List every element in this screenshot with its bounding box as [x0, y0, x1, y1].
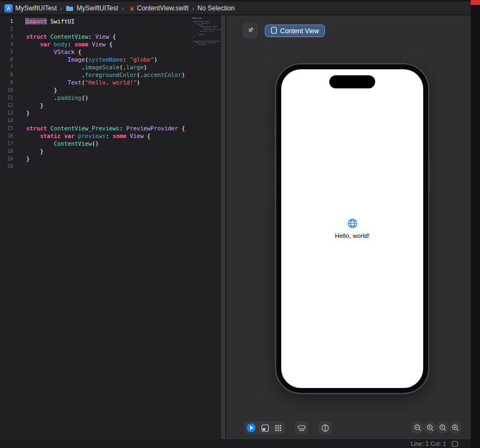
code-line[interactable]: 19}: [0, 155, 190, 163]
pin-preview-button[interactable]: [242, 23, 258, 38]
line-number: 6: [0, 56, 16, 63]
line-number: 18: [0, 147, 16, 155]
live-preview-button[interactable]: [245, 421, 258, 434]
line-number: 9: [0, 79, 16, 86]
canvas-document-icon: [271, 27, 277, 35]
preview-content: Hello, world!: [335, 218, 369, 239]
line-number: 1: [0, 17, 16, 25]
code-line[interactable]: 6 Image(systemName: "globe"): [0, 56, 190, 63]
content-view-preview-button[interactable]: Content View: [265, 25, 325, 37]
main-split: 1import SwiftUI23struct ContentView: Vie…: [0, 15, 480, 439]
magnifier-100-icon: [439, 424, 447, 432]
editor-settings-icon[interactable]: [452, 441, 458, 447]
variants-grid-button[interactable]: [271, 421, 285, 434]
breadcrumb-group[interactable]: MySwiftUITest: [66, 4, 118, 12]
color-scheme-variant-button[interactable]: [318, 421, 331, 434]
code-line[interactable]: 11 .padding(): [0, 94, 190, 101]
selectable-preview-button[interactable]: [258, 421, 272, 434]
hello-world-text: Hello, world!: [335, 232, 369, 239]
play-icon: [247, 423, 256, 432]
editor-status-bar: Line: 1 Col: 1: [0, 439, 480, 448]
code-line[interactable]: 10 }: [0, 86, 190, 94]
breadcrumb: MySwiftUITest › MySwiftUITest › ContentV…: [0, 2, 471, 15]
code-line[interactable]: 15struct ContentView_Previews: PreviewPr…: [0, 124, 190, 132]
device-settings-button[interactable]: [295, 421, 308, 434]
code-line[interactable]: 18 }: [0, 147, 190, 155]
line-number: 5: [0, 48, 16, 56]
line-number: 16: [0, 132, 16, 140]
code-line[interactable]: 17 ContentView(): [0, 140, 190, 147]
source-editor[interactable]: 1import SwiftUI23struct ContentView: Vie…: [0, 15, 226, 439]
code-line[interactable]: 2: [0, 25, 190, 33]
code-line[interactable]: 4 var body: some View {: [0, 40, 190, 48]
line-number: 12: [0, 101, 16, 109]
minimap[interactable]: import SwiftUIstruct ContentView: View {…: [190, 15, 221, 439]
code-line[interactable]: 3struct ContentView: View {: [0, 33, 190, 40]
zoom-out-button[interactable]: [411, 421, 424, 434]
content-view-label: Content View: [280, 27, 319, 35]
code-line[interactable]: 8 .foregroundColor(.accentColor): [0, 71, 190, 79]
code-line[interactable]: 20: [0, 163, 190, 170]
folder-icon: [66, 5, 74, 11]
breadcrumb-label: MySwiftUITest: [76, 4, 118, 12]
grid-icon: [275, 425, 282, 432]
code-line[interactable]: 14: [0, 117, 190, 124]
preview-canvas: Content View Hello, world!: [226, 15, 471, 439]
line-number: 15: [0, 124, 16, 132]
line-number: 10: [0, 86, 16, 94]
minimap-code: import SwiftUIstruct ContentView: View {…: [190, 15, 221, 50]
minimap-line: [192, 49, 221, 50]
line-col-indicator: Line: 1 Col: 1: [411, 440, 446, 447]
line-number: 11: [0, 94, 16, 101]
code-line[interactable]: 5 VStack {: [0, 48, 190, 56]
editor-scrollbar[interactable]: [221, 15, 226, 439]
circle-contrast-icon: [321, 424, 329, 432]
magnifier-minus-icon: [414, 424, 422, 432]
breadcrumb-file[interactable]: ContentView.swift: [127, 4, 189, 12]
code-line[interactable]: 9 Text("Hello, world!"): [0, 79, 190, 86]
phone-action-button: [274, 127, 276, 138]
line-number: 19: [0, 155, 16, 163]
code-line[interactable]: 7 .imageScale(.large): [0, 63, 190, 71]
phone-power-button: [429, 157, 430, 191]
chevron-separator-icon: ›: [60, 5, 62, 12]
line-number: 7: [0, 63, 16, 71]
code-line[interactable]: 16 static var previews: some View {: [0, 132, 190, 140]
red-corner-indicator: [471, 0, 480, 5]
breadcrumb-selection[interactable]: No Selection: [198, 4, 235, 12]
iphone-preview-device[interactable]: Hello, world!: [276, 64, 428, 393]
line-number: 20: [0, 163, 16, 170]
breadcrumb-project[interactable]: MySwiftUITest: [4, 4, 57, 13]
zoom-in-button[interactable]: [449, 421, 461, 434]
code-line[interactable]: 1import SwiftUI: [0, 17, 190, 25]
swift-file-icon: [127, 5, 134, 12]
window-right-edge: [471, 0, 480, 448]
device-preview-icon: [261, 424, 269, 432]
dynamic-island: [329, 75, 375, 88]
phone-volume-up-button: [274, 154, 276, 173]
xcode-window: MySwiftUITest › MySwiftUITest › ContentV…: [0, 0, 480, 448]
line-number: 13: [0, 109, 16, 117]
line-number: 3: [0, 33, 16, 40]
line-number: 2: [0, 25, 16, 33]
code-lines: 1import SwiftUI23struct ContentView: Vie…: [0, 17, 190, 170]
device-stack-icon: [298, 425, 306, 432]
chevron-separator-icon: ›: [121, 5, 123, 12]
zoom-actual-size-button[interactable]: [436, 421, 449, 434]
breadcrumb-label: MySwiftUITest: [15, 4, 57, 12]
breadcrumb-label: ContentView.swift: [137, 4, 189, 12]
magnifier-fit-icon: [426, 424, 434, 432]
magnifier-plus-icon: [452, 424, 459, 432]
phone-volume-down-button: [274, 180, 276, 199]
chevron-separator-icon: ›: [192, 5, 194, 12]
line-number: 17: [0, 140, 16, 147]
preview-mode-segmented-control: [245, 421, 285, 434]
line-number: 4: [0, 40, 16, 48]
zoom-to-fit-button[interactable]: [424, 421, 436, 434]
code-line[interactable]: 12 }: [0, 101, 190, 109]
globe-icon: [347, 218, 358, 229]
line-number: 14: [0, 117, 16, 124]
breadcrumb-label: No Selection: [198, 4, 235, 12]
code-line[interactable]: 13}: [0, 109, 190, 117]
line-number: 8: [0, 71, 16, 79]
